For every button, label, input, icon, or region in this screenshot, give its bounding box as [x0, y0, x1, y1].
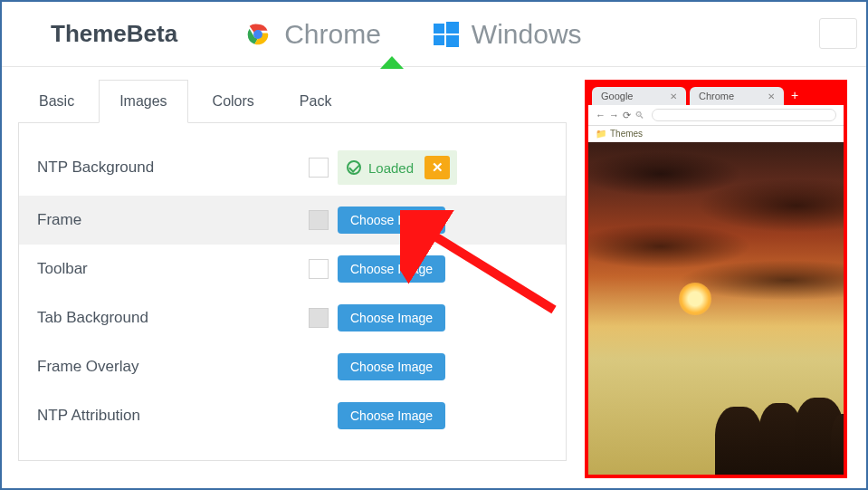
color-swatch[interactable] — [309, 158, 329, 178]
close-icon: ✕ — [670, 91, 677, 101]
preview-bookmark-bar: 📁 Themes — [588, 126, 844, 142]
preview-tab-google: Google ✕ — [592, 87, 686, 105]
check-circle-icon — [347, 160, 361, 175]
choose-image-button[interactable]: Choose Image — [338, 402, 445, 429]
nav-windows-label: Windows — [472, 19, 582, 50]
row-ntp-attribution: NTP Attribution Choose Image — [19, 391, 566, 440]
nav-windows[interactable]: Windows — [406, 2, 607, 66]
tab-basic[interactable]: Basic — [18, 80, 95, 123]
loaded-status: Loaded ✕ — [338, 150, 457, 185]
top-bar: ThemeBeta Chrome Windows — [2, 2, 866, 67]
preview-toolbar: ← → ⟳ 🔍︎ — [588, 105, 844, 126]
svg-rect-3 — [434, 24, 444, 34]
nav-chrome[interactable]: Chrome — [217, 2, 406, 66]
svg-rect-4 — [446, 22, 459, 34]
windows-icon — [432, 20, 461, 49]
row-label: Frame — [37, 211, 309, 229]
preview-tab-label: Google — [601, 91, 633, 101]
editor-tabs: Basic Images Colors Pack — [18, 80, 567, 123]
choose-image-button[interactable]: Choose Image — [338, 207, 445, 234]
loaded-text: Loaded — [368, 160, 414, 176]
search-icon: 🔍︎ — [634, 110, 644, 120]
brand-logo[interactable]: ThemeBeta — [2, 20, 217, 48]
active-nav-caret-icon — [380, 56, 404, 69]
back-icon: ← — [596, 110, 606, 120]
tab-colors[interactable]: Colors — [192, 80, 275, 123]
forward-icon: → — [609, 110, 619, 120]
color-swatch[interactable] — [309, 308, 329, 328]
theme-preview: Google ✕ Chrome ✕ + ← → ⟳ 🔍︎ 📁 Themes — [585, 80, 847, 478]
row-ntp-background: NTP Background Loaded ✕ — [19, 139, 566, 196]
choose-image-button[interactable]: Choose Image — [338, 353, 445, 380]
images-panel: NTP Background Loaded ✕ Frame Choose Ima… — [18, 122, 567, 461]
choose-image-button[interactable]: Choose Image — [338, 304, 445, 331]
chrome-icon — [243, 19, 273, 50]
preview-new-tab-icon: + — [787, 87, 802, 103]
row-label: Tab Background — [37, 309, 309, 327]
tab-pack[interactable]: Pack — [279, 80, 353, 123]
preview-urlbar — [652, 109, 836, 121]
row-tab-background: Tab Background Choose Image — [19, 293, 566, 342]
svg-rect-5 — [434, 35, 444, 45]
zebra-silhouette-icon — [831, 414, 844, 477]
preview-tab-label: Chrome — [699, 91, 734, 101]
tab-images[interactable]: Images — [99, 80, 187, 123]
sun-icon — [679, 283, 711, 315]
row-label: NTP Background — [37, 159, 309, 177]
remove-button[interactable]: ✕ — [424, 156, 450, 179]
editor-panel: Basic Images Colors Pack NTP Background … — [18, 80, 567, 478]
nav-chrome-label: Chrome — [284, 19, 381, 50]
folder-icon: 📁 — [596, 129, 606, 139]
reload-icon: ⟳ — [623, 110, 631, 121]
preview-tab-chrome: Chrome ✕ — [690, 87, 784, 105]
color-swatch[interactable] — [309, 210, 329, 230]
choose-image-button[interactable]: Choose Image — [338, 255, 445, 283]
preview-bookmark-label: Themes — [610, 129, 643, 139]
color-swatch[interactable] — [309, 259, 329, 279]
row-label: Frame Overlay — [37, 358, 309, 376]
row-label: NTP Attribution — [37, 407, 309, 425]
top-right-button[interactable] — [819, 18, 857, 49]
row-frame-overlay: Frame Overlay Choose Image — [19, 342, 566, 391]
preview-tabstrip: Google ✕ Chrome ✕ + — [588, 83, 844, 105]
preview-ntp-image — [588, 142, 844, 477]
svg-rect-6 — [446, 35, 459, 47]
row-toolbar: Toolbar Choose Image — [19, 245, 566, 293]
row-frame: Frame Choose Image — [19, 196, 566, 245]
row-label: Toolbar — [37, 260, 309, 278]
close-icon: ✕ — [768, 91, 775, 101]
zebra-silhouette-icon — [715, 407, 762, 477]
svg-point-2 — [255, 31, 262, 37]
